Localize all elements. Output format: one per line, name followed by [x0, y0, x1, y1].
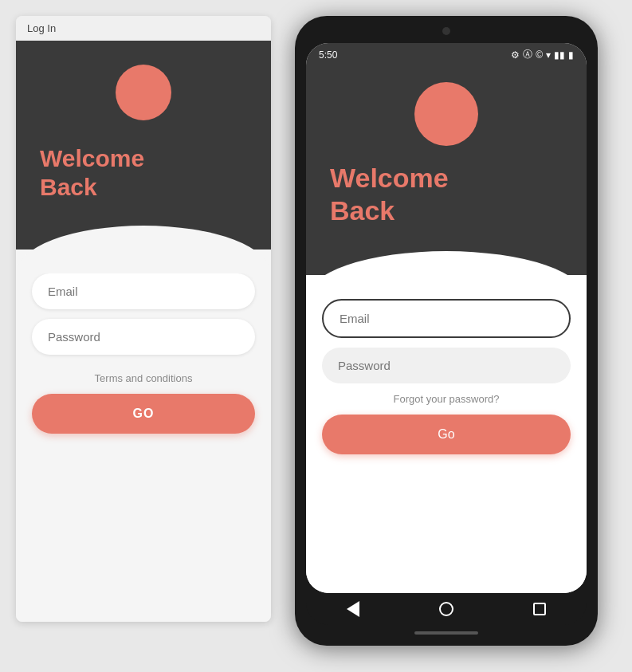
email-input[interactable]	[32, 273, 255, 309]
back-icon	[347, 601, 359, 617]
password-input[interactable]	[32, 319, 255, 355]
status-icons: ⚙ Ⓐ © ▾ ▮▮ ▮	[511, 48, 574, 61]
recents-nav-button[interactable]	[532, 601, 548, 617]
home-icon	[439, 602, 453, 616]
status-time: 5:50	[319, 49, 337, 61]
phone-bottom-bar	[306, 631, 587, 635]
phone-password-input[interactable]	[322, 348, 571, 383]
phone-go-button[interactable]: Go	[322, 415, 571, 454]
top-bar: Log In	[16, 16, 271, 41]
phone-welcome-text: Welcome Back	[330, 162, 449, 227]
terms-text: Terms and conditions	[32, 372, 255, 384]
status-bar: 5:50 ⚙ Ⓐ © ▾ ▮▮ ▮	[306, 43, 587, 66]
phone-camera	[442, 27, 450, 35]
login-card: Welcome Back Terms and conditions GO	[16, 41, 271, 622]
back-nav-button[interactable]	[345, 601, 361, 617]
go-button[interactable]: GO	[32, 394, 255, 434]
topbar-label: Log In	[27, 22, 56, 34]
phone-header: Welcome Back	[306, 66, 587, 275]
phone-email-input[interactable]	[322, 299, 571, 338]
phone-nav-bar	[306, 593, 587, 625]
settings-icon: ⚙	[511, 49, 520, 61]
desktop-mockup: Log In Welcome Back Terms and conditions…	[16, 16, 271, 622]
welcome-text: Welcome Back	[40, 144, 144, 202]
aurora-icon: Ⓐ	[523, 48, 532, 61]
card-header: Welcome Back	[16, 41, 271, 250]
avatar	[116, 65, 171, 120]
home-nav-button[interactable]	[438, 601, 454, 617]
data-icon: ©	[536, 49, 543, 61]
battery-icon: ▮	[568, 49, 574, 61]
phone-body: Forgot your password? Go	[306, 275, 587, 593]
phone-mockup: 5:50 ⚙ Ⓐ © ▾ ▮▮ ▮ Welcome Back Forgot yo…	[295, 16, 598, 646]
bottom-bar-indicator	[414, 631, 478, 635]
signal-icon: ▮▮	[554, 49, 565, 61]
wifi-icon: ▾	[546, 49, 551, 61]
recents-icon	[533, 603, 546, 615]
phone-screen: 5:50 ⚙ Ⓐ © ▾ ▮▮ ▮ Welcome Back Forgot yo…	[306, 43, 587, 593]
phone-notch-area	[306, 27, 587, 38]
card-body: Terms and conditions GO	[16, 250, 271, 622]
phone-avatar	[414, 82, 478, 146]
forgot-password-text: Forgot your password?	[322, 393, 571, 405]
